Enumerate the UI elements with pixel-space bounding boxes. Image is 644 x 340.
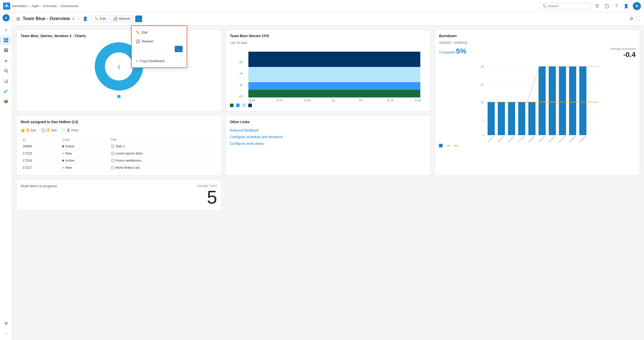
svg-text:1/11/2023: 1/11/2023	[558, 135, 566, 143]
svg-text:24: 24	[276, 99, 283, 102]
status-dot-active-2	[62, 160, 64, 162]
sidebar-item-test[interactable]: 🧪	[2, 87, 11, 96]
work-assigned-card: Work assigned to Dan Hellem (13) 👑 5 Epi…	[16, 116, 222, 176]
logo[interactable]	[3, 3, 10, 10]
row-title-1: 📋 Lorem ipsum dolor	[108, 150, 217, 157]
col-title: Title	[108, 137, 217, 143]
stories-chart-title: Team Blue_Stories_Iteration 2 - Charts	[21, 34, 217, 38]
breadcrumb-org[interactable]: danhellem	[12, 4, 28, 8]
svg-text:Dec: Dec	[248, 102, 259, 103]
svg-rect-0	[4, 38, 6, 40]
task-row-icon-1: 📋	[111, 151, 115, 155]
svg-rect-6	[4, 51, 8, 52]
sidebar: A + ◈ 📊 🧪 📦 ⚙ »	[0, 12, 12, 340]
work-summary: 👑 5 Epic 📋 4 Task 📄 4 Other	[21, 127, 217, 134]
sidebar-add-icon[interactable]: +	[2, 25, 11, 35]
link-request-feedback[interactable]: Request feedback	[230, 127, 427, 134]
sidebar-item-artifacts[interactable]: 📦	[2, 97, 11, 106]
task-label: Task	[51, 129, 57, 132]
task-row-icon-2: 📋	[111, 159, 115, 162]
task-count: 4	[46, 127, 49, 134]
burndown-legend-blue	[439, 144, 443, 147]
svg-rect-16	[248, 90, 420, 97]
edit-button[interactable]: ✏️ Edit	[92, 15, 108, 22]
breadcrumb-project[interactable]: Agile	[32, 4, 39, 8]
avg-burndown-label: Average burndown	[610, 47, 636, 51]
dashboard-grid: Team Blue_Stories_Iteration 2 - Charts 1	[12, 25, 644, 215]
legend-item-1	[117, 95, 120, 98]
row-state-3: New	[60, 164, 108, 171]
list-nav-icon[interactable]: ☰	[594, 3, 600, 9]
fullscreen-icon[interactable]: ⛶	[636, 17, 640, 21]
sidebar-settings-icon[interactable]: ⚙	[2, 319, 11, 328]
burndown-legend-orange-line	[454, 145, 458, 146]
refresh-button[interactable]: 🔄 Refresh	[111, 15, 133, 22]
dashboard-dropdown-icon[interactable]: ▾	[73, 17, 74, 21]
sidebar-item-queries[interactable]	[2, 66, 11, 75]
sidebar-item-boards[interactable]	[2, 36, 11, 45]
svg-rect-3	[6, 40, 8, 42]
search-box[interactable]: 🔍	[540, 3, 591, 9]
search-input[interactable]	[548, 4, 588, 8]
work-badge-epic: 👑 5 Epic	[21, 127, 37, 134]
table-row: 17215 New 📋 Lorem ipsum dolor	[21, 150, 217, 157]
svg-rect-43	[528, 102, 536, 135]
svg-text:Jan: Jan	[331, 102, 341, 103]
svg-text:1/7/2023: 1/7/2023	[518, 136, 525, 143]
row-title-0: 📋 Task 1	[108, 143, 217, 150]
svg-text:0: 0	[482, 134, 484, 137]
sidebar-item-analytics[interactable]: 📊	[2, 76, 11, 86]
link-configure-work-areas[interactable]: Configure work areas	[230, 140, 427, 147]
edit-icon: ✏️	[95, 17, 99, 21]
svg-text:6: 6	[239, 61, 243, 64]
user-nav-icon[interactable]: 👤	[623, 3, 629, 9]
row-id-2: 17216	[21, 157, 60, 164]
svg-rect-48	[579, 66, 586, 135]
svg-point-7	[5, 69, 7, 72]
svg-rect-39	[488, 102, 495, 135]
dropdown-copy-item[interactable]: +Copy Dashboard	[132, 56, 187, 65]
link-configure-schedule[interactable]: Configure schedule and iterations	[230, 134, 427, 140]
breadcrumb-area[interactable]: Overview	[43, 4, 57, 8]
row-state-0: Active	[60, 143, 108, 150]
svg-rect-17	[248, 82, 420, 90]
svg-rect-44	[539, 66, 546, 135]
breadcrumb-page[interactable]: Dashboards	[61, 4, 78, 8]
row-id-3: 17217	[21, 164, 60, 171]
row-title-3: 📋 Morbi finibus ant	[108, 164, 217, 171]
help-nav-icon[interactable]: ?	[613, 3, 620, 9]
dashboard-share-icon[interactable]: 👤	[83, 16, 88, 21]
other-label: Other	[71, 129, 79, 132]
dropdown-refresh-item[interactable]: 🔄Refresh	[132, 37, 187, 46]
settings-icon[interactable]: ⚙	[630, 16, 633, 21]
sidebar-avatar[interactable]: A	[3, 14, 10, 21]
svg-text:2: 2	[239, 83, 243, 87]
more-button[interactable]: ...	[135, 16, 142, 22]
cfd-chart-subtitle: Last 30 days	[230, 41, 427, 45]
cfd-legend-lightblue	[242, 104, 246, 107]
burndown-dates: 1/4/2023 - 1/18/2023	[439, 41, 467, 45]
other-count: 4	[67, 127, 70, 134]
dashboard-grid-icon: ⊞	[16, 16, 20, 22]
sidebar-item-sprints[interactable]: ◈	[2, 56, 11, 65]
dropdown-menu: ✏️Edit 🔄Refresh ... +Copy Dashboard	[131, 25, 187, 68]
user-avatar[interactable]: D	[633, 2, 641, 10]
svg-text:13: 13	[387, 99, 393, 102]
table-row: 16689 Active 📋 Task 1	[21, 143, 217, 150]
work-badge-other: 📄 4 Other	[61, 127, 79, 134]
clipboard-nav-icon[interactable]: 📋	[604, 3, 610, 9]
svg-text:1/6/2023: 1/6/2023	[508, 136, 515, 143]
epic-icon: 👑	[21, 128, 25, 132]
svg-text:20: 20	[481, 65, 484, 68]
legend-dot-1	[117, 95, 120, 98]
row-title-2: 📋 Fusce vestibulum	[108, 157, 217, 164]
burndown-chart-svg: 0 5 10 15 20	[439, 61, 636, 143]
dashboard-star-icon[interactable]: ☆	[77, 16, 80, 21]
sidebar-expand-icon[interactable]: »	[2, 329, 11, 338]
dropdown-edit-item[interactable]: ✏️Edit	[132, 28, 187, 37]
cfd-chart-svg: 0 2 4 6 19 24 29 3	[230, 47, 427, 103]
work-items-value: 5	[21, 188, 217, 206]
dropdown-more-btn[interactable]: ...	[175, 46, 183, 52]
sidebar-item-backlogs[interactable]	[2, 46, 11, 55]
svg-text:10: 10	[481, 101, 484, 104]
